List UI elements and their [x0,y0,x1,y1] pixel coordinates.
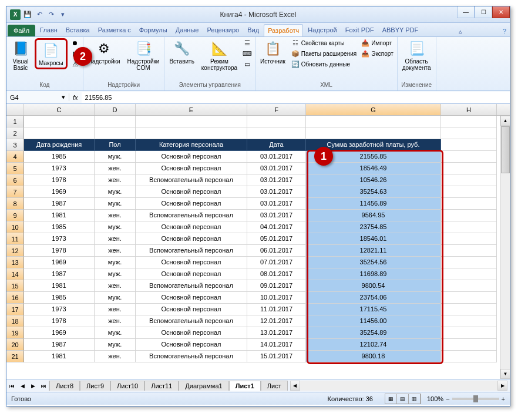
column-header[interactable]: C [24,104,95,115]
cell[interactable]: 9800.54 [306,280,441,292]
cell[interactable]: жен. [95,315,136,327]
save-icon[interactable]: 💾 [23,10,32,19]
cell[interactable] [441,327,497,339]
cell[interactable]: Дата [247,139,306,151]
com-addins-button[interactable]: 📑 Надстройки COM [125,38,162,72]
scroll-down-button[interactable]: ▼ [500,369,510,379]
cell[interactable]: Основной персонал [136,186,247,198]
macros-button[interactable]: 📄 Макросы [35,38,68,69]
import-button[interactable]: 📥Импорт [360,38,395,48]
sheet-tab[interactable]: Лист9 [80,381,110,391]
cell[interactable]: муж. [95,292,136,304]
name-box[interactable]: G4 ▾ [6,93,69,101]
cell[interactable]: жен. [95,233,136,245]
cell[interactable] [441,257,497,268]
row-header[interactable]: 5 [6,163,24,174]
file-tab[interactable]: Файл [8,25,35,36]
cell[interactable]: 1985 [24,151,95,163]
cell[interactable]: Основной персонал [136,339,247,351]
row-header[interactable]: 14 [6,268,24,280]
cell[interactable]: 1981 [24,351,95,362]
cell[interactable]: Основной персонал [136,163,247,174]
cell[interactable]: 10546.26 [306,174,441,186]
expansion-packs-button[interactable]: 📦Пакеты расширения [290,49,358,58]
formula-input[interactable] [82,92,510,103]
cell[interactable]: 35254.56 [306,257,441,268]
cell[interactable]: Пол [95,139,136,151]
scroll-left-button[interactable]: ◀ [290,381,300,391]
ribbon-tab[interactable]: Разработч [264,24,303,36]
scroll-right-button[interactable]: ▶ [497,381,507,391]
row-header[interactable]: 13 [6,257,24,268]
cell[interactable]: 1978 [24,174,95,186]
run-dialog-button[interactable]: ▭ [242,59,253,69]
cell[interactable] [441,127,497,139]
cell[interactable]: Основной персонал [136,198,247,210]
cell[interactable]: муж. [95,327,136,339]
row-header[interactable]: 11 [6,233,24,245]
cell[interactable] [136,127,247,139]
cell[interactable]: 23754.85 [306,221,441,233]
cell[interactable] [306,127,441,139]
cell[interactable]: муж. [95,221,136,233]
cells-area[interactable]: Дата рожденияПолКатегория персоналаДатаС… [24,116,497,362]
cell[interactable]: 07.01.2017 [247,257,306,268]
cell[interactable]: 9800.18 [306,351,441,362]
cell[interactable]: жен. [95,351,136,362]
cell[interactable]: 10.01.2017 [247,292,306,304]
cell[interactable]: жен. [95,210,136,221]
cell[interactable] [441,116,497,127]
cell[interactable]: жен. [95,163,136,174]
cell[interactable]: Дата рождения [24,139,95,151]
cell[interactable]: 18546.01 [306,233,441,245]
name-box-dropdown-icon[interactable]: ▾ [62,93,65,101]
cell[interactable]: Основной персонал [136,304,247,315]
row-header[interactable]: 12 [6,245,24,257]
cell[interactable]: жен. [95,245,136,257]
cell[interactable]: 09.01.2017 [247,280,306,292]
cell[interactable]: жен. [95,280,136,292]
sheet-tab[interactable]: Лист1 [229,381,261,391]
cell[interactable] [441,210,497,221]
cell[interactable]: муж. [95,268,136,280]
row-header[interactable]: 21 [6,351,24,362]
cell[interactable]: жен. [95,174,136,186]
cell[interactable]: Вспомогательный персонал [136,351,247,362]
row-header[interactable]: 19 [6,327,24,339]
cell[interactable]: 11.01.2017 [247,304,306,315]
cell[interactable]: 04.01.2017 [247,221,306,233]
ribbon-tab[interactable]: Разметка с [95,24,134,36]
cell[interactable]: 15.01.2017 [247,351,306,362]
cell[interactable] [441,163,497,174]
cell[interactable]: 35254.63 [306,186,441,198]
design-mode-button[interactable]: 📐 Режим конструктора [199,38,240,72]
cell[interactable] [306,116,441,127]
visual-basic-button[interactable]: 📘 Visual Basic [9,38,32,72]
cell[interactable] [441,186,497,198]
row-header[interactable]: 9 [6,210,24,221]
row-header[interactable]: 7 [6,186,24,198]
cell[interactable] [441,233,497,245]
select-all-button[interactable] [6,104,24,115]
pagelayout-view-button[interactable]: ▤ [397,394,409,404]
sheet-prev-button[interactable]: ◀ [17,381,28,391]
cell[interactable]: 12102.74 [306,339,441,351]
ribbon-tab[interactable]: Вид [244,24,263,36]
redo-icon[interactable]: ↷ [46,10,56,19]
record-macro-button[interactable]: ⏺ [70,38,80,48]
cell[interactable]: муж. [95,257,136,268]
cell[interactable]: 11698.89 [306,268,441,280]
row-header[interactable]: 2 [6,127,24,139]
cell[interactable] [441,245,497,257]
row-header[interactable]: 6 [6,174,24,186]
cell[interactable]: 12821.11 [306,245,441,257]
cell[interactable] [247,127,306,139]
map-properties-button[interactable]: ☷Свойства карты [290,38,358,48]
column-header[interactable]: F [247,104,306,115]
maximize-button[interactable]: ☐ [475,6,492,18]
cell[interactable]: Вспомогательный персонал [136,245,247,257]
cell[interactable]: 1973 [24,163,95,174]
cell[interactable]: 9564.95 [306,210,441,221]
cell[interactable]: 11456.00 [306,315,441,327]
view-code-button[interactable]: ⌨ [242,49,253,58]
